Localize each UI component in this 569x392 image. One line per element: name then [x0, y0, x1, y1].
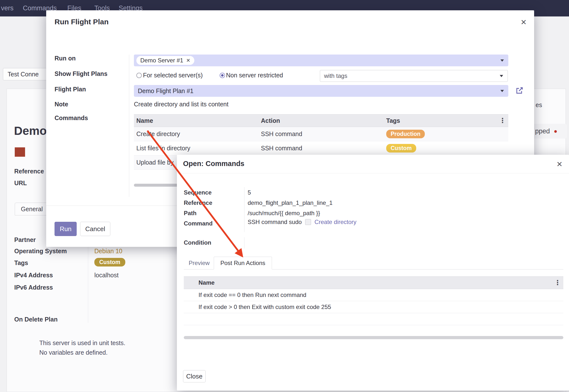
chevron-down-icon[interactable] — [500, 75, 503, 77]
post-run-actions-table: Name ⋮ If exit code == 0 then Run next c… — [184, 276, 563, 325]
col-tags: Tags — [386, 117, 508, 124]
tab-post-run-actions[interactable]: Post Run Actions — [214, 257, 272, 269]
run-on-server-field[interactable]: Demo Server #1 ✕ — [134, 55, 508, 66]
server-tag-badge: Custom — [94, 258, 125, 266]
unit-test-note-line1: This server is used in unit tests. — [39, 339, 125, 347]
server-page-title: Demo — [14, 124, 47, 138]
col-action: Action — [261, 117, 386, 124]
cell-name: Create directory — [134, 130, 261, 138]
table-row-empty[interactable] — [184, 313, 563, 325]
cell-name: List files in directory — [134, 145, 261, 152]
label-separator-line — [244, 237, 244, 249]
ipv4-label: IPv4 Address — [14, 272, 53, 279]
tag-badge: Production — [386, 130, 425, 138]
on-delete-plan-label: On Delete Plan — [14, 316, 57, 323]
horizontal-scrollbar[interactable] — [184, 336, 563, 339]
create-directory-link[interactable]: Create directory — [314, 219, 356, 225]
right-partial-text: es — [536, 101, 542, 109]
run-flight-plan-title: Run Flight Plan — [55, 18, 109, 26]
post-run-actions-header: Name ⋮ — [184, 276, 563, 289]
table-row[interactable]: If exit code == 0 then Run next command — [184, 289, 563, 301]
screen: vers Commands Files Tools Settings Test … — [0, 0, 569, 392]
cell-name: If exit code == 0 then Run next command — [199, 292, 306, 298]
operating-system-value[interactable]: Debian 10 — [94, 248, 122, 255]
label-separator-line — [244, 187, 244, 232]
tag-badge: Custom — [386, 144, 416, 153]
run-button[interactable]: Run — [55, 222, 77, 236]
ipv6-label: IPv6 Address — [14, 284, 53, 291]
table-row[interactable]: If exit code > 0 then Exit with custom e… — [184, 301, 563, 313]
flight-plan-label: Flight Plan — [55, 86, 86, 93]
field-separator-line — [88, 235, 88, 323]
radio-non-server-restricted-label[interactable]: Non server restricted — [226, 72, 283, 79]
sequence-value: 5 — [248, 189, 251, 196]
radio-for-selected-servers-label[interactable]: For selected server(s) — [143, 72, 203, 79]
command-value-row: SSH command sudo Create directory — [248, 219, 356, 225]
chevron-down-icon[interactable] — [500, 59, 504, 62]
col-name: Name — [199, 279, 214, 286]
cancel-button[interactable]: Cancel — [80, 222, 110, 236]
with-tags-select[interactable]: with tags — [320, 70, 508, 82]
show-flight-plans-label: Show Flight Plans — [55, 70, 107, 77]
table-row[interactable]: List files in directory SSH command Cust… — [134, 141, 508, 155]
cell-name: If exit code > 0 then Exit with custom e… — [199, 304, 331, 310]
reference-value: demo_flight_plan_1_plan_line_1 — [248, 199, 333, 206]
open-commands-title: Open: Commands — [183, 160, 244, 168]
modal-header-divider — [177, 173, 569, 173]
url-label: URL — [14, 180, 27, 187]
unit-test-note-line2: No variables are defined. — [39, 349, 108, 356]
checkbox[interactable] — [305, 219, 311, 225]
commands-label: Commands — [55, 114, 88, 122]
status-text: pped — [535, 127, 550, 135]
kebab-menu-icon[interactable]: ⋮ — [499, 117, 506, 125]
close-icon[interactable]: ✕ — [556, 161, 563, 168]
commands-modal-tabs: Preview Post Run Actions — [184, 257, 563, 269]
server-color-swatch — [15, 147, 25, 157]
ipv4-value: localhost — [94, 272, 119, 279]
close-icon[interactable]: ✕ — [521, 19, 527, 26]
cell-action: SSH command — [261, 130, 386, 138]
tab-preview[interactable]: Preview — [189, 257, 210, 269]
flight-plan-value: Demo Flight Plan #1 — [138, 87, 194, 94]
commands-table-header: Name Action Tags ⋮ — [134, 114, 508, 127]
col-name: Name — [134, 117, 261, 124]
flight-plan-note: Create directory and list its content — [134, 101, 228, 108]
close-button[interactable]: Close — [183, 370, 206, 382]
partner-label: Partner — [14, 236, 36, 243]
run-on-label: Run on — [55, 55, 76, 62]
radio-for-selected-servers[interactable] — [136, 73, 142, 78]
path-value: /such/much/{{ demo_path }} — [248, 210, 320, 217]
radio-non-server-restricted[interactable] — [220, 73, 225, 78]
with-tags-value: with tags — [324, 72, 347, 79]
tags-label: Tags — [14, 259, 28, 266]
note-label: Note — [55, 101, 68, 108]
sequence-label: Sequence — [184, 189, 212, 196]
chip-remove-icon[interactable]: ✕ — [186, 57, 190, 63]
reference-label: Reference — [184, 199, 212, 206]
reference-label: Reference — [14, 168, 44, 175]
test-connection-button[interactable]: Test Conne — [3, 68, 47, 80]
external-link-icon[interactable] — [515, 86, 524, 95]
cell-action: SSH command — [261, 145, 386, 152]
operating-system-label: Operating System — [14, 248, 67, 255]
command-value: SSH command sudo — [248, 219, 302, 225]
flight-plan-select[interactable]: Demo Flight Plan #1 — [134, 85, 508, 97]
path-label: Path — [184, 210, 197, 217]
open-commands-modal: Open: Commands ✕ Sequence Reference Path… — [177, 155, 569, 391]
table-row[interactable]: Create directory SSH command Production — [134, 127, 508, 141]
server-chip[interactable]: Demo Server #1 ✕ — [136, 56, 194, 65]
chevron-down-icon[interactable] — [500, 90, 504, 92]
server-chip-label: Demo Server #1 — [140, 57, 183, 64]
kebab-menu-icon[interactable]: ⋮ — [554, 279, 561, 287]
label-separator-line — [129, 55, 129, 197]
condition-label: Condition — [184, 239, 211, 246]
tab-general-label: General — [21, 206, 43, 213]
nav-item-servers[interactable]: vers — [1, 0, 14, 16]
command-label: Command — [184, 220, 213, 227]
status-dot-icon: ● — [554, 128, 557, 134]
